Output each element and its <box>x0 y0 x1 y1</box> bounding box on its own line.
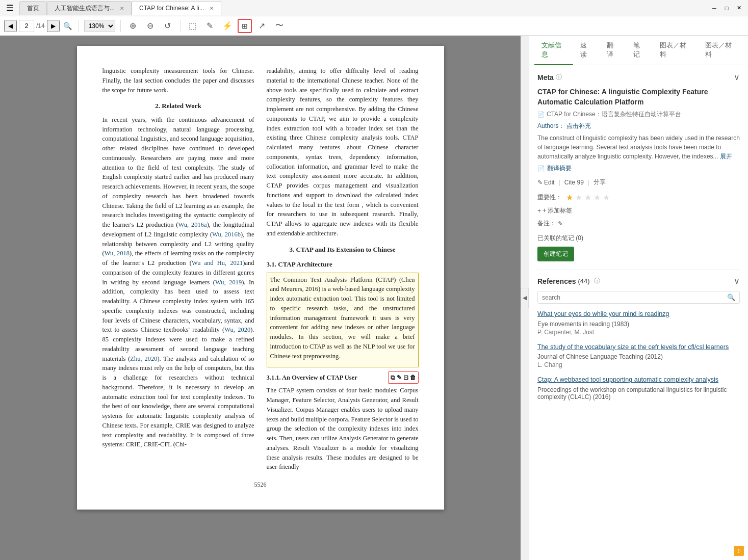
tab-biji[interactable]: 笔记 <box>626 36 653 65</box>
ref-wu2016b[interactable]: Wu, 2016b <box>212 231 241 238</box>
tab-home[interactable]: 首页 <box>19 1 47 15</box>
importance-row: 重要性： ★ ★ ★ ★ ★ <box>537 193 740 202</box>
linked-notes-label: 已关联的笔记 (0) <box>537 234 740 243</box>
tab-ai-close-icon[interactable]: ✕ <box>120 6 124 11</box>
inline-annot-toolbar: ⧉ ✎ ⊡ 🗑 <box>388 371 419 384</box>
refs-info-icon[interactable]: ⓘ <box>594 277 600 285</box>
prev-page-button[interactable]: ◀ <box>4 20 17 32</box>
importance-label: 重要性： <box>537 193 562 202</box>
page-number-input[interactable] <box>19 20 34 32</box>
add-tag-button[interactable]: + + 添加标签 <box>537 206 740 215</box>
add-tag-label: + 添加标签 <box>543 206 572 215</box>
pdf-right-intro: readability, aiming to offer difficulty … <box>267 66 419 238</box>
refs-toggle-icon[interactable]: ∨ <box>734 276 740 286</box>
pdf-area: linguistic complexity measurement tools … <box>0 36 521 560</box>
annot-copy-icon[interactable]: ⧉ <box>391 373 395 382</box>
annot-share-icon[interactable]: ⊡ <box>403 373 408 382</box>
refs-title-row: References (44) ⓘ <box>537 277 600 285</box>
ref-wu2018[interactable]: Wu, 2018 <box>105 250 130 257</box>
star-2[interactable]: ★ <box>575 193 582 202</box>
authors-value[interactable]: 点击补充 <box>566 122 591 129</box>
star-4[interactable]: ★ <box>594 193 601 202</box>
tab-sudu[interactable]: 速读 <box>573 36 600 65</box>
panel-collapse-arrow[interactable]: ◀ <box>521 36 529 560</box>
annot-delete-icon[interactable]: 🗑 <box>410 373 416 382</box>
highlight-button[interactable]: ⚡ <box>220 19 235 33</box>
refs-header: References (44) ⓘ ∨ <box>537 276 740 286</box>
zoom-select[interactable]: 130% 75% 100% 125% 150% 200% <box>84 20 115 32</box>
ref-authors-1: P. Carpenter, M. Just <box>537 329 740 336</box>
tab-tucailiiao[interactable]: 图表／材料 <box>698 36 743 65</box>
tab-ctap[interactable]: CTAP for Chinese: A li... ✕ <box>132 1 221 15</box>
authors-label-text: Authors： <box>537 122 564 129</box>
tab-ai[interactable]: 人工智能生成语言与... ✕ <box>47 1 132 15</box>
pdf-section311-body: The CTAP system consists of four basic m… <box>267 386 419 472</box>
export-button[interactable]: ↗ <box>255 19 269 33</box>
ref-wu2020[interactable]: Wu, 2020 <box>224 326 250 333</box>
pdf-highlight-block: The Common Text Analysis Platform (CTAP)… <box>267 273 419 368</box>
rotate-button[interactable]: ↺ <box>161 19 175 33</box>
sep-2 <box>120 20 121 32</box>
star-3[interactable]: ★ <box>584 193 591 202</box>
annot-edit-icon[interactable]: ✎ <box>397 373 402 382</box>
meta-info-icon[interactable]: ⓘ <box>556 73 562 82</box>
select-tool-button[interactable]: ⬚ <box>186 19 200 33</box>
pdf-page-number: 5526 <box>102 480 419 489</box>
abstract-content: The construct of linguistic complexity h… <box>537 135 740 160</box>
cite-label: Cite 99 <box>564 179 584 186</box>
maximize-button[interactable]: □ <box>721 3 732 13</box>
search-doc-icon[interactable]: 🔍 <box>62 20 73 32</box>
refs-search-input[interactable] <box>542 294 727 301</box>
ref-item-3: Ctap: A webbased tool supporting automat… <box>537 376 740 401</box>
warning-icon[interactable]: ! <box>734 546 744 556</box>
star-5[interactable]: ★ <box>603 193 610 202</box>
ref-zhu2020[interactable]: Zhu, 2020 <box>130 355 157 362</box>
ref-wu2016a[interactable]: Wu, 2016a <box>178 221 207 228</box>
main-area: linguistic complexity measurement tools … <box>0 36 748 560</box>
cite-button[interactable]: Cite 99 <box>564 179 584 186</box>
close-button[interactable]: ✕ <box>734 3 744 13</box>
share-button[interactable]: 分享 <box>594 178 606 186</box>
panel-tabs: 文献信息 速读 翻译 笔记 图表／材料 图表／材料 <box>529 36 748 65</box>
subtitle-doc-icon: 📄 <box>537 111 545 118</box>
edit-button[interactable]: ✎ Edit <box>537 179 555 186</box>
star-1[interactable]: ★ <box>566 193 573 202</box>
meta-toggle-icon[interactable]: ∨ <box>734 72 740 82</box>
tab-fanyi[interactable]: 翻译 <box>600 36 626 65</box>
pdf-section31-title: 3.1. CTAP Architecture <box>267 259 419 270</box>
tab-ctap-close-icon[interactable]: ✕ <box>210 6 214 11</box>
action-sep-2: | <box>588 179 589 186</box>
translate-abstract-button[interactable]: 📄 翻译摘要 <box>537 164 572 173</box>
ref-title-3[interactable]: Ctap: A webbased tool supporting automat… <box>537 376 740 385</box>
note-row: 备注： ✎ <box>537 219 740 228</box>
meta-title-row: Meta ⓘ <box>537 73 562 82</box>
tab-ai-label: 人工智能生成语言与... <box>55 4 115 13</box>
more-button[interactable]: 〜 <box>272 19 287 33</box>
action-sep-1: | <box>559 179 560 186</box>
ref-title-1[interactable]: What your eyes do while your mind is rea… <box>537 310 740 319</box>
references-section: References (44) ⓘ ∨ 🔍 What your eyes do … <box>537 270 740 401</box>
ref-title-2[interactable]: The study of the vocabulary size at the … <box>537 343 740 352</box>
refs-search-icon[interactable]: 🔍 <box>727 294 735 301</box>
screenshot-button[interactable]: ⊞ <box>238 19 252 33</box>
abstract-expand-link[interactable]: 展开 <box>720 153 732 160</box>
next-page-button[interactable]: ▶ <box>47 20 60 32</box>
tab-bar: 首页 人工智能生成语言与... ✕ CTAP for Chinese: A li… <box>19 1 705 15</box>
create-note-button[interactable]: 创建笔记 <box>537 247 574 261</box>
tab-wenxian[interactable]: 文献信息 <box>534 36 573 65</box>
minimize-button[interactable]: ─ <box>709 3 719 13</box>
ref-wuhu2021[interactable]: Wu and Hu, 2021 <box>192 259 243 266</box>
ref-wu2019[interactable]: Wu, 2019 <box>215 279 242 286</box>
add-tag-icon: + <box>537 207 541 215</box>
tab-wenxianxinxi[interactable]: 图表／材料 <box>653 36 698 65</box>
zoom-out-button[interactable]: ⊖ <box>143 19 158 33</box>
menu-icon[interactable]: ☰ <box>4 1 15 15</box>
refs-search-box: 🔍 <box>537 291 740 304</box>
sep-3 <box>180 20 180 32</box>
note-edit-icon[interactable]: ✎ <box>558 220 563 227</box>
ref-journal-3: Proceedings of the workshop on computati… <box>537 386 740 401</box>
paper-subtitle-text: CTAP for Chinese：语言复杂性特征自动计算平台 <box>547 110 681 119</box>
translate-icon: 📄 <box>537 165 545 172</box>
zoom-in-button[interactable]: ⊕ <box>126 19 140 33</box>
annotate-button[interactable]: ✎ <box>203 19 217 33</box>
